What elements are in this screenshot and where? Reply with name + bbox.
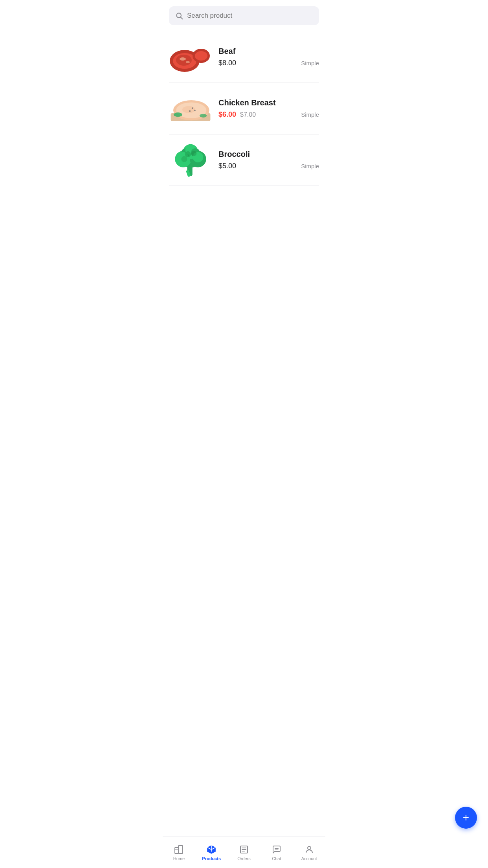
svg-point-30 bbox=[191, 151, 196, 156]
svg-line-1 bbox=[181, 17, 183, 19]
list-item[interactable]: Beaf $8.00 Simple bbox=[169, 31, 319, 83]
svg-point-7 bbox=[180, 57, 186, 61]
svg-point-15 bbox=[192, 107, 193, 109]
product-type: Simple bbox=[301, 163, 319, 169]
svg-point-29 bbox=[185, 151, 191, 157]
search-icon bbox=[175, 12, 183, 20]
product-name: Chicken Breast bbox=[218, 98, 319, 107]
svg-point-6 bbox=[195, 51, 207, 61]
search-bar[interactable] bbox=[169, 6, 319, 25]
svg-point-8 bbox=[186, 61, 190, 63]
product-type: Simple bbox=[301, 111, 319, 118]
product-price-row: $8.00 Simple bbox=[218, 59, 319, 67]
svg-point-16 bbox=[194, 110, 196, 111]
product-info-chicken: Chicken Breast $6.00 $7.00 Simple bbox=[218, 98, 319, 119]
product-price-row: $6.00 $7.00 Simple bbox=[218, 110, 319, 119]
price-group: $6.00 $7.00 bbox=[218, 110, 256, 119]
product-sale-price: $6.00 bbox=[218, 110, 236, 119]
product-price: $8.00 bbox=[218, 59, 236, 67]
svg-point-17 bbox=[189, 110, 191, 112]
product-list: Beaf $8.00 Simple bbox=[163, 31, 325, 186]
search-input[interactable] bbox=[187, 12, 313, 20]
list-item[interactable]: Broccoli $5.00 Simple bbox=[169, 134, 319, 186]
product-original-price: $7.00 bbox=[240, 111, 256, 118]
product-image-broccoli bbox=[169, 142, 212, 178]
product-image-beef bbox=[169, 39, 212, 75]
list-item[interactable]: Chicken Breast $6.00 $7.00 Simple bbox=[169, 83, 319, 134]
product-name: Beaf bbox=[218, 47, 319, 56]
svg-point-13 bbox=[174, 112, 182, 117]
product-name: Broccoli bbox=[218, 150, 319, 159]
svg-point-12 bbox=[182, 106, 195, 113]
product-info-broccoli: Broccoli $5.00 Simple bbox=[218, 150, 319, 170]
product-info-beef: Beaf $8.00 Simple bbox=[218, 47, 319, 67]
product-price-row: $5.00 Simple bbox=[218, 162, 319, 170]
product-image-chicken bbox=[169, 91, 212, 126]
svg-point-31 bbox=[181, 156, 187, 162]
product-price: $5.00 bbox=[218, 162, 236, 170]
svg-point-14 bbox=[200, 114, 207, 118]
product-type: Simple bbox=[301, 60, 319, 66]
